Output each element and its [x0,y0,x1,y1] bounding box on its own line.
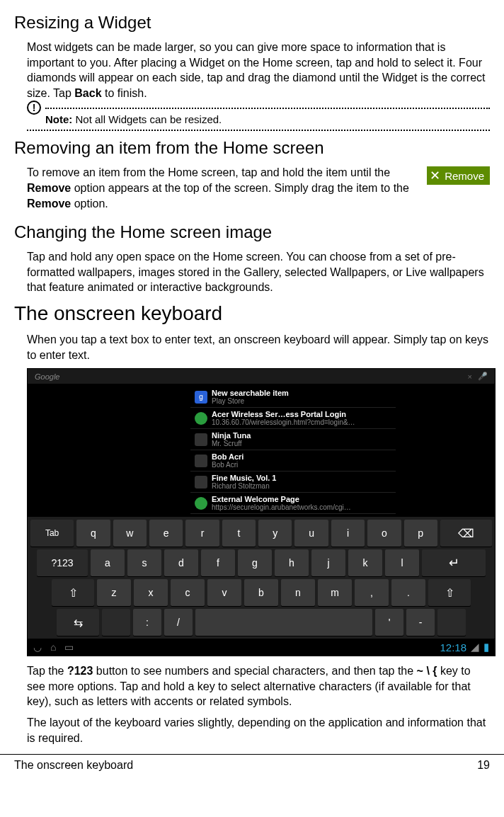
result-subtitle: https://securelogin.arubanetworks.com/cg… [212,503,351,511]
key: a [91,549,125,576]
key: j [311,549,345,576]
result-icon [195,497,207,510]
heading-resizing: Resizing a Widget [14,13,490,33]
result-title: Bob Acri [212,452,244,461]
key: c [171,579,205,606]
footer: The onscreen keyboard 19 [14,755,490,780]
key: ?123 [37,549,88,576]
bold-back: Back [74,87,101,99]
heading-removing: Removing an item from the Home screen [14,138,490,158]
result-subtitle: Play Store [212,397,289,405]
key: g [238,549,272,576]
search-result-item: Ninja TunaMr. Scruff [190,429,396,450]
key: l [385,549,419,576]
para-keyboard-1: When you tap a text box to enter text, a… [27,332,490,362]
result-text: Bob AcriBob Acri [212,452,244,469]
key: ↵ [422,549,486,576]
text: Not all Widgets can be resized. [72,113,222,125]
bold-123: ?123 [67,665,93,677]
mic-icon: 🎤 [478,372,488,381]
key: p [404,520,437,547]
bold-remove: Remove [27,198,71,210]
key: k [348,549,382,576]
key: . [391,579,425,606]
result-title: Ninja Tuna [212,431,251,440]
footer-title: The onscreen keyboard [14,759,133,772]
bold-sym: ~ \ { [417,665,437,677]
text: To remove an item from the Home screen, … [27,166,390,178]
key: n [281,579,315,606]
key: f [201,549,235,576]
search-result-item: Acer Wireless Ser…ess Portal Login10.36.… [190,408,396,429]
key: v [207,579,241,606]
key: u [294,520,328,547]
result-text: External Welcome Pagehttps://securelogin… [212,495,351,511]
text: Tap the [27,665,67,677]
result-text: Fine Music, Vol. 1Richard Stoltzman [212,474,276,490]
key: w [113,520,147,547]
status-right: 12:18 ◢ ▮ [440,641,489,653]
keyboard-screenshot: Google × 🎤 gNew searchable itemPlay Stor… [27,368,496,656]
key: r [185,520,219,547]
key: s [127,549,161,576]
result-icon [195,476,207,489]
para-resizing: Most widgets can be made larger, so you … [27,40,490,101]
key: h [275,549,309,576]
key: ⌫ [440,520,492,547]
key: Tab [30,520,74,547]
para-removing: To remove an item from the Home screen, … [27,165,420,211]
para-changing: Tap and hold any open space on the Home … [27,249,490,295]
heading-changing: Changing the Home screen image [14,222,490,242]
status-bar: ◡ ⌂ ▭ 12:18 ◢ ▮ [28,639,495,656]
key [102,609,130,636]
onscreen-keyboard: Tabqwertyuiop⌫ ?123asdfghjkl↵ ⇧zxcvbnm,.… [28,517,495,639]
bold-remove: Remove [27,182,71,194]
key: y [258,520,292,547]
key: ⇆ [57,609,99,636]
result-icon [195,412,207,425]
key [437,609,466,636]
key: e [149,520,183,547]
key: ⇧ [52,579,94,606]
key: m [318,579,352,606]
note-box: ! Note: Not all Widgets can be resized. [27,108,490,131]
result-icon: g [195,391,207,404]
text: button to see numbers and special charac… [93,665,416,677]
result-title: New searchable item [212,389,289,397]
heading-keyboard: The onscreen keyboard [14,302,490,325]
result-title: Acer Wireless Ser…ess Portal Login [212,410,355,418]
key: z [97,579,131,606]
key: o [367,520,401,547]
search-results: gNew searchable itemPlay StoreAcer Wirel… [190,384,396,517]
key: ⇧ [428,579,471,606]
divider [27,130,490,131]
result-subtitle: Richard Stoltzman [212,482,276,490]
search-result-item: gNew searchable itemPlay Store [190,387,396,408]
para-keyboard-3: The layout of the keyboard varies slight… [27,715,490,745]
key: d [164,549,198,576]
key: / [164,609,193,636]
key: : [133,609,161,636]
key [195,609,372,636]
close-icon: ✕ [430,169,440,182]
key: t [222,520,256,547]
search-result-item: Bob AcriBob Acri [190,450,396,472]
para-keyboard-2: Tap the ?123 button to see numbers and s… [27,663,490,709]
search-bar: Google × 🎤 [28,369,495,384]
key: i [331,520,365,547]
result-subtitle: Bob Acri [212,461,244,469]
result-icon [195,455,207,467]
search-result-item: Fine Music, Vol. 1Richard Stoltzman [190,472,396,493]
page-number: 19 [477,759,490,772]
search-placeholder: Google [35,372,59,381]
result-subtitle: Mr. Scruff [212,440,251,447]
result-text: Ninja TunaMr. Scruff [212,431,251,447]
remove-label: Remove [445,170,484,182]
key: b [244,579,278,606]
key: q [76,520,110,547]
remove-row: To remove an item from the Home screen, … [27,165,490,217]
recent-icon: ▭ [64,641,74,653]
divider [45,108,490,109]
result-title: External Welcome Page [212,495,351,503]
close-icon: × [468,372,472,381]
